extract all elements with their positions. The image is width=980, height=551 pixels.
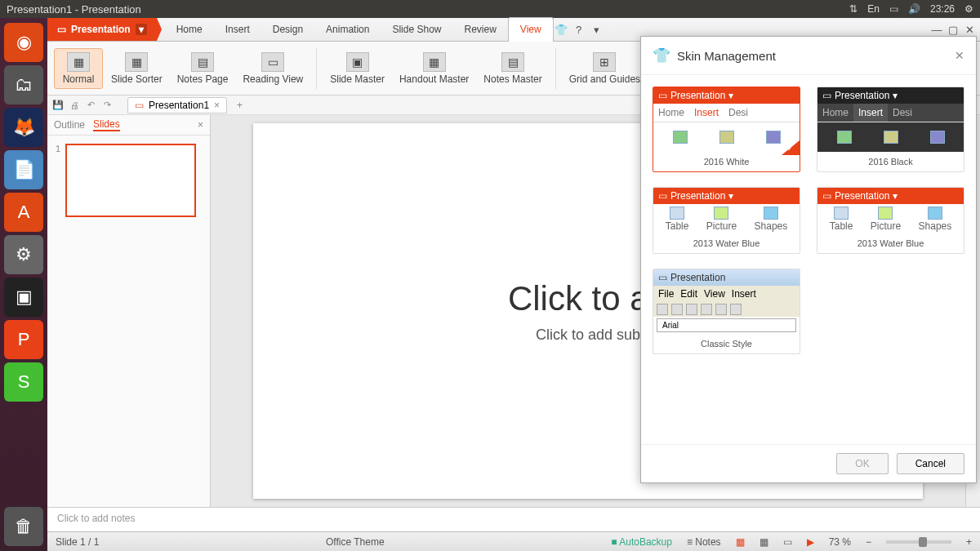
view-sorter-icon[interactable]: ▦ (760, 536, 768, 548)
status-autobackup[interactable]: ■ AutoBackup (611, 536, 672, 548)
skin-icon[interactable]: 👕 (554, 22, 568, 37)
ribbon-separator (316, 48, 317, 89)
cancel-button[interactable]: Cancel (897, 453, 964, 474)
ribbon-nmaster-label: Notes Master (483, 73, 541, 85)
ribbon-slide-master[interactable]: ▣Slide Master (323, 49, 391, 88)
notes-pane[interactable]: Click to add notes (47, 507, 980, 531)
doc-icon: ▭ (135, 100, 144, 111)
launcher-firefox[interactable]: 🦊 (4, 108, 43, 147)
view-normal-icon[interactable]: ▦ (736, 536, 745, 548)
clock[interactable]: 23:26 (930, 3, 955, 15)
skin-2013-water-blue-1[interactable]: ▭Presentation▾ TablePictureShapes 2013 W… (653, 187, 800, 254)
system-tray: ⇅ En ▭ 🔊 23:26 ⚙ (849, 3, 973, 15)
launcher-dash[interactable]: ◉ (4, 23, 43, 62)
tab-design[interactable]: Design (261, 18, 314, 42)
zoom-slider[interactable] (886, 540, 951, 544)
skin-classic[interactable]: ▭Presentation FileEditViewInsert Arial C… (653, 269, 800, 354)
brand-icon: ▭ (57, 24, 66, 35)
ribbon-tabs: Home Insert Design Animation Slide Show … (165, 18, 554, 41)
panel-tab-slides[interactable]: Slides (93, 118, 120, 131)
launcher-settings[interactable]: ⚙ (4, 235, 43, 274)
document-tab[interactable]: ▭ Presentation1 × (127, 97, 227, 113)
sound-icon[interactable]: 🔊 (908, 3, 920, 15)
launcher-software[interactable]: A (4, 193, 43, 232)
panel-tab-outline[interactable]: Outline (54, 119, 85, 131)
launcher-wps-spreadsheet[interactable]: S (4, 362, 43, 402)
skin-label: 2016 White (653, 152, 800, 167)
subtitle-placeholder[interactable]: Click to add sub (536, 327, 640, 344)
ribbon-notes-page[interactable]: ▤Notes Page (171, 49, 235, 88)
launcher-trash[interactable]: 🗑 (4, 507, 43, 546)
skin-management-dialog: 👕 Skin Management ✕ ▭Presentation▾ HomeI… (640, 36, 977, 483)
view-slideshow-icon[interactable]: ▶ (807, 536, 814, 548)
tab-home[interactable]: Home (165, 18, 214, 42)
window-title: Presentation1 - Presentation (7, 3, 141, 16)
brand-label: Presentation (71, 24, 131, 35)
panel-close-icon[interactable]: × (198, 119, 203, 131)
dialog-header: 👕 Skin Management ✕ (641, 37, 976, 75)
skin-label: Classic Style (653, 334, 800, 349)
titlebar-tools: 👕 ? ▾ (554, 18, 604, 41)
notes-placeholder: Click to add notes (57, 513, 135, 524)
zoom-out-icon[interactable]: − (866, 536, 871, 548)
ribbon-handout-master[interactable]: ▦Handout Master (393, 49, 475, 88)
status-notes[interactable]: ≡ Notes (687, 536, 721, 548)
minimize-button[interactable]: — (929, 22, 944, 37)
qat-print-icon[interactable]: 🖨 (69, 100, 80, 111)
launcher-files[interactable]: 🗂 (4, 65, 43, 104)
status-theme: Office Theme (326, 536, 385, 548)
maximize-button[interactable]: ▢ (946, 22, 960, 37)
dialog-title: Skin Management (677, 49, 776, 63)
battery-icon[interactable]: ▭ (889, 3, 898, 15)
language-indicator[interactable]: En (867, 3, 880, 15)
app-brand-menu[interactable]: ▭ Presentation ▾ (47, 18, 157, 41)
ribbon-grid-label: Grid and Guides (569, 73, 640, 85)
launcher-terminal[interactable]: ▣ (4, 278, 43, 317)
close-button[interactable]: ✕ (962, 22, 977, 37)
slide-thumbnail[interactable]: 1 (56, 144, 202, 217)
launcher-writer[interactable]: 📄 (4, 150, 43, 189)
ribbon-notes-master[interactable]: ▤Notes Master (477, 49, 548, 88)
ribbon-hmaster-label: Handout Master (399, 73, 469, 85)
network-icon[interactable]: ⇅ (849, 3, 858, 15)
zoom-value[interactable]: 73 % (829, 536, 851, 548)
skin-2016-black[interactable]: ▭Presentation▾ HomeInsertDesi 2016 Black (817, 87, 964, 172)
slide-preview (65, 144, 196, 217)
shirt-icon: 👕 (653, 47, 670, 64)
skin-2016-white[interactable]: ▭Presentation▾ HomeInsertDesi 2016 White (653, 87, 800, 172)
collapse-ribbon-icon[interactable]: ▾ (590, 22, 604, 37)
tab-animation[interactable]: Animation (314, 18, 381, 42)
ribbon-grid-guides[interactable]: ⊞Grid and Guides (563, 49, 647, 88)
view-reading-icon[interactable]: ▭ (783, 536, 792, 548)
ribbon-reading-label: Reading View (243, 73, 303, 85)
status-page: Slide 1 / 1 (56, 536, 99, 548)
qat-undo-icon[interactable]: ↶ (85, 100, 96, 111)
status-bar: Slide 1 / 1 Office Theme ■ AutoBackup ≡ … (47, 531, 980, 551)
ribbon-reading-view[interactable]: ▭Reading View (236, 49, 310, 88)
ribbon-normal[interactable]: ▦Normal (54, 48, 103, 89)
dialog-close-icon[interactable]: ✕ (955, 49, 964, 62)
gear-icon[interactable]: ⚙ (964, 3, 973, 15)
doc-name: Presentation1 (149, 100, 209, 111)
qat-redo-icon[interactable]: ↷ (101, 100, 113, 111)
doc-close-icon[interactable]: × (214, 100, 220, 111)
tab-insert[interactable]: Insert (214, 18, 261, 42)
qat-save-icon[interactable]: 💾 (52, 100, 64, 111)
tab-view[interactable]: View (508, 17, 554, 42)
zoom-in-icon[interactable]: + (966, 536, 972, 548)
ribbon-notes-label: Notes Page (177, 73, 229, 85)
ribbon-normal-label: Normal (63, 73, 95, 85)
skin-label: 2013 Water Blue (817, 233, 964, 248)
new-tab-icon[interactable]: + (237, 100, 243, 111)
skin-grid: ▭Presentation▾ HomeInsertDesi 2016 White… (641, 75, 976, 444)
ribbon-slide-sorter[interactable]: ▦Slide Sorter (105, 49, 169, 88)
tab-slideshow[interactable]: Slide Show (381, 18, 452, 42)
ribbon-smaster-label: Slide Master (330, 73, 385, 85)
skin-2013-water-blue-2[interactable]: ▭Presentation▾ TablePictureShapes 2013 W… (817, 187, 964, 254)
help-icon[interactable]: ? (572, 22, 586, 37)
launcher-wps-presentation[interactable]: P (4, 320, 43, 359)
ok-button[interactable]: OK (836, 453, 888, 474)
skin-label: 2016 Black (817, 152, 964, 167)
tab-review[interactable]: Review (453, 18, 508, 42)
slide-number: 1 (56, 144, 60, 217)
